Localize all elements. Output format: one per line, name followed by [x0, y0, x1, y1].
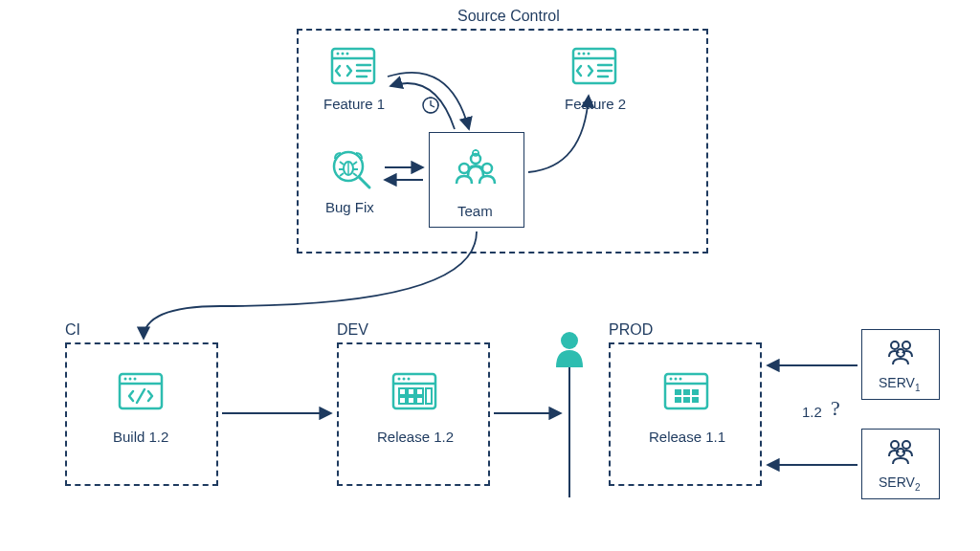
build-icon	[113, 367, 168, 415]
prod-label: PROD	[609, 321, 653, 339]
feature1-label: Feature 1	[323, 96, 385, 112]
feature2-label: Feature 2	[565, 96, 626, 112]
release-prod-label: Release 1.1	[649, 429, 725, 445]
pending-version-label: 1.2	[802, 404, 822, 420]
ci-label: CI	[65, 321, 80, 339]
dev-label: DEV	[337, 321, 368, 339]
bugfix-label: Bug Fix	[325, 199, 374, 215]
feature1-icon	[325, 42, 381, 90]
feature2-icon	[567, 42, 622, 90]
team-icon	[446, 143, 505, 191]
source-control-label: Source Control	[457, 8, 560, 25]
serv2-label: SERV2	[879, 474, 920, 493]
release-prod-icon	[658, 367, 714, 415]
svg-point-61	[561, 332, 578, 349]
build-label: Build 1.2	[113, 429, 168, 445]
release-dev-icon	[387, 367, 442, 415]
person-gate	[550, 325, 589, 507]
serv1-icon	[882, 335, 919, 367]
bugfix-icon	[325, 143, 377, 195]
serv2-icon	[882, 434, 919, 467]
team-label: Team	[457, 203, 493, 219]
serv1-label: SERV1	[879, 375, 920, 393]
release-dev-label: Release 1.2	[377, 429, 454, 445]
pending-question: ?	[831, 396, 840, 421]
